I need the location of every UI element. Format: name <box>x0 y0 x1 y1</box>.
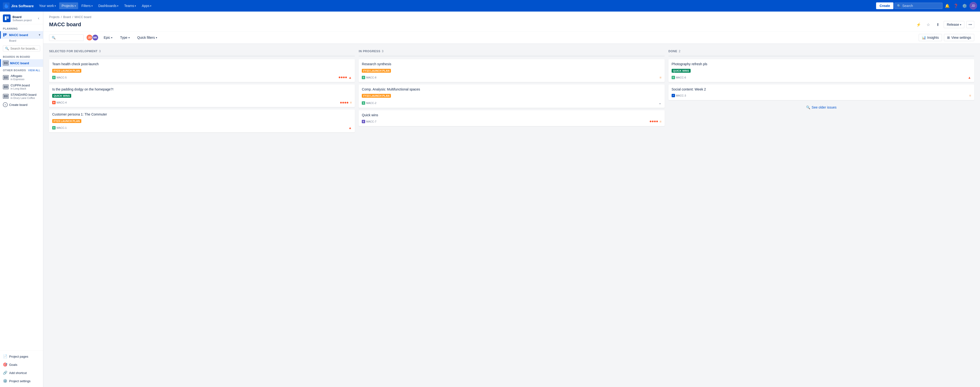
user-avatar[interactable]: JD <box>969 2 977 10</box>
svg-rect-5 <box>6 33 7 35</box>
epic-filter[interactable]: Epic ▾ <box>101 34 115 41</box>
release-button[interactable]: Release ▾ <box>944 21 964 28</box>
column-count: 3 <box>99 49 101 53</box>
boards-in-board-label: BOARDS IN BOARD <box>0 53 43 59</box>
issue-id: ✓ MACC-3 <box>671 94 686 97</box>
sidebar-collapse-button[interactable]: ‹ <box>37 15 40 21</box>
settings-icon: ⚙️ <box>3 379 7 383</box>
card-title: Team health check post-launch <box>52 62 352 67</box>
view-settings-button[interactable]: ⊞ View settings <box>944 34 974 41</box>
topnav-your-work[interactable]: Your work ▾ <box>37 2 58 9</box>
card-meta: ≡ <box>659 76 661 80</box>
issue-type-icon: E <box>362 120 365 123</box>
card-research-synthesis[interactable]: Research synthesis FY23 LAUNCH PLAN S MA… <box>359 59 664 82</box>
sidebar-board-standard[interactable]: STANDARD board in Drury Lane Coffee <box>0 91 43 101</box>
column-selected: SELECTED FOR DEVELOPMENT 3 Team health c… <box>49 48 355 383</box>
chevron-down-icon: ▾ <box>150 5 151 7</box>
board-search-input[interactable] <box>57 36 81 40</box>
board-icon <box>3 94 9 99</box>
lightning-button[interactable]: ⚡ <box>915 21 923 29</box>
epic-tag: FY23 LAUNCH PLAN <box>362 69 391 73</box>
planning-label: PLANNING <box>0 24 43 31</box>
sidebar-board-cuppa[interactable]: CUPPA board in Long black <box>0 82 43 91</box>
breadcrumb-macc-board[interactable]: MACC board <box>75 15 91 19</box>
sidebar-item-macc-board[interactable]: MACC board ▾ <box>0 31 43 39</box>
project-name: Board <box>13 15 35 19</box>
board-name: STANDARD board <box>11 93 36 97</box>
topnav-dashboards[interactable]: Dashboards ▾ <box>96 2 121 9</box>
topnav-projects[interactable]: Projects ▾ <box>59 2 78 9</box>
boards-search-input[interactable] <box>10 47 43 50</box>
board-sub: in Long black <box>11 87 30 90</box>
star-button[interactable]: ☆ <box>924 21 932 29</box>
sidebar-project-header[interactable]: Board Software project ‹ <box>0 11 43 24</box>
column-title: DONE <box>668 49 678 53</box>
card-title: Photography refresh pls <box>671 62 971 67</box>
column-done: DONE 2 Photography refresh pls QUICK WIN… <box>668 48 974 383</box>
board-icon <box>3 84 9 89</box>
sidebar-bottom: 📄 Project pages 🎯 Goals 🔗 Add shortcut ⚙… <box>0 350 43 387</box>
settings-button[interactable]: ⚙️ <box>961 2 969 10</box>
expand-icon: ▾ <box>39 33 40 37</box>
more-options-button[interactable]: ••• <box>966 21 974 28</box>
chevron-down-icon: ▾ <box>117 5 118 7</box>
card-meta: ≡ <box>969 94 971 97</box>
topnav-apps[interactable]: Apps ▾ <box>139 2 154 9</box>
card-quick-wins[interactable]: Quick wins E MACC-7 <box>359 110 664 126</box>
priority-icon: ≡ <box>350 100 352 104</box>
see-older-issues[interactable]: 🔍 See older issues <box>668 102 974 112</box>
type-filter[interactable]: Type ▾ <box>118 34 132 41</box>
card-footer: S MACC-1 ▲ <box>52 126 352 130</box>
shortcut-icon: 🔗 <box>3 371 7 375</box>
help-button[interactable]: ❓ <box>952 2 960 10</box>
insights-button[interactable]: 📊 Insights <box>919 34 942 41</box>
sidebar-project-pages[interactable]: 📄 Project pages <box>0 352 43 360</box>
notifications-button[interactable]: 🔔 <box>943 2 951 10</box>
board-title-row: MACC board ⚡ ☆ ⬆ Release ▾ ••• <box>49 21 974 31</box>
chevron-down-icon: ▾ <box>111 37 112 39</box>
card-padding-dodgy[interactable]: Is the padding dodgy on the homepage?! Q… <box>49 84 355 107</box>
issue-type-icon: S <box>362 76 365 79</box>
card-title: Is the padding dodgy on the homepage?! <box>52 87 352 92</box>
column-header-selected: SELECTED FOR DEVELOPMENT 3 <box>49 48 355 56</box>
sidebar-goals[interactable]: 🎯 Goals <box>0 360 43 369</box>
share-button[interactable]: ⬆ <box>934 21 942 29</box>
sidebar-project-settings[interactable]: ⚙️ Project settings <box>0 377 43 385</box>
topnav-filters[interactable]: Filters ▾ <box>79 2 95 9</box>
avatar-2[interactable]: MK <box>92 34 99 41</box>
topnav-search[interactable]: 🔍 Search <box>894 3 942 9</box>
sidebar-add-shortcut[interactable]: 🔗 Add shortcut <box>0 369 43 377</box>
quick-filters[interactable]: Quick filters ▾ <box>135 34 160 41</box>
card-photography-refresh[interactable]: Photography refresh pls QUICK WINS S MAC… <box>668 59 974 82</box>
sidebar: Board Software project ‹ PLANNING MACC b… <box>0 11 43 387</box>
dot <box>339 76 340 78</box>
card-social-content[interactable]: Social content: Week 2 ✓ MACC-3 ≡ <box>668 84 974 100</box>
view-all-link[interactable]: VIEW ALL <box>28 69 40 72</box>
board-search-box[interactable]: 🔍 <box>49 34 84 41</box>
macc-board-active-item[interactable]: MACC board <box>0 59 43 67</box>
sidebar-board-affogato[interactable]: Affogato in Espresso <box>0 73 43 82</box>
card-footer: S MACC-5 ▲ <box>52 76 352 80</box>
chevron-down-icon: ▾ <box>960 23 961 26</box>
topnav-teams[interactable]: Teams ▾ <box>122 2 138 9</box>
create-board-item[interactable]: + Create board <box>0 101 43 108</box>
card-team-health[interactable]: Team health check post-launch FY23 LAUNC… <box>49 59 355 82</box>
boards-search-box[interactable]: 🔍 <box>3 46 40 51</box>
priority-icon: ≡ <box>659 76 661 80</box>
create-button[interactable]: Create <box>876 2 893 9</box>
card-meta: ▲ <box>339 76 352 80</box>
card-title: Social content: Week 2 <box>671 87 971 92</box>
board-sub-label: Board <box>0 39 43 43</box>
card-comp-analysis[interactable]: Comp. Analysis: Multifunctional spaces F… <box>359 84 664 108</box>
goals-icon: 🎯 <box>3 362 7 367</box>
breadcrumb-projects[interactable]: Projects <box>49 15 59 19</box>
chevron-down-icon: ▾ <box>75 5 76 7</box>
card-meta: ⌄ <box>659 100 662 105</box>
card-meta: ▲ <box>968 76 971 80</box>
epic-tag: FY23 LAUNCH PLAN <box>362 94 391 98</box>
breadcrumb-board[interactable]: Board <box>63 15 71 19</box>
chevron-down-icon: ▾ <box>55 5 56 7</box>
card-customer-persona[interactable]: Customer persona 1: The Commuter FY23 LA… <box>49 110 355 132</box>
svg-rect-1 <box>5 16 6 20</box>
topnav-logo[interactable]: Jira Software <box>3 2 34 9</box>
